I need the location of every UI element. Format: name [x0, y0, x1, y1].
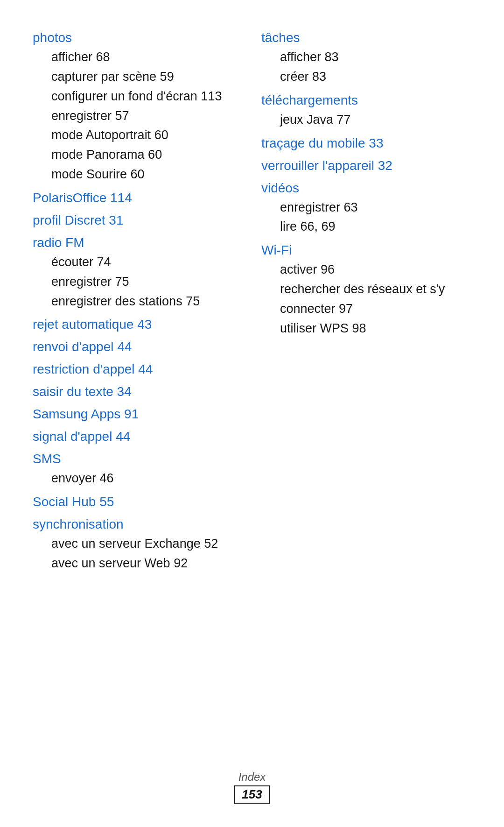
index-entry: Samsung Apps 91 [33, 404, 243, 424]
page-footer: Index 153 [0, 770, 504, 804]
sub-entry: capturer par scène 59 [51, 67, 243, 87]
footer-label: Index [238, 770, 266, 784]
sub-entries: jeux Java 77 [280, 110, 471, 130]
index-term: Samsung Apps 91 [33, 404, 243, 424]
sub-entry: activer 96 [280, 260, 471, 280]
sub-entries: écouter 74enregistrer 75enregistrer des … [51, 253, 243, 311]
sub-entry: lire 66, 69 [280, 217, 471, 237]
index-term: PolarisOffice 114 [33, 188, 243, 208]
sub-entry: enregistrer 63 [280, 198, 471, 218]
index-term: Social Hub 55 [33, 492, 243, 512]
sub-entry: écouter 74 [51, 253, 243, 272]
index-term: restriction d'appel 44 [33, 360, 243, 379]
index-entry: saisir du texte 34 [33, 382, 243, 402]
index-term: saisir du texte 34 [33, 382, 243, 402]
index-term: SMS [33, 449, 243, 469]
sub-entry: enregistrer des stations 75 [51, 292, 243, 311]
index-entry: synchronisationavec un serveur Exchange … [33, 515, 243, 573]
index-entry: radio FMécouter 74enregistrer 75enregist… [33, 233, 243, 311]
right-column: tâchesafficher 83créer 83téléchargements… [261, 28, 471, 577]
index-entry: Wi-Fiactiver 96rechercher des réseaux et… [261, 240, 471, 338]
sub-entry: avec un serveur Exchange 52 [51, 534, 243, 554]
index-term: signal d'appel 44 [33, 427, 243, 446]
sub-entry: créer 83 [280, 67, 471, 87]
sub-entry: envoyer 46 [51, 469, 243, 488]
index-entry: tâchesafficher 83créer 83 [261, 28, 471, 87]
sub-entries: enregistrer 63lire 66, 69 [280, 198, 471, 237]
sub-entry: mode Panorama 60 [51, 145, 243, 165]
sub-entries: avec un serveur Exchange 52avec un serve… [51, 534, 243, 573]
page-content: photosafficher 68capturer par scène 59co… [0, 0, 504, 633]
index-entry: restriction d'appel 44 [33, 360, 243, 379]
index-term: synchronisation [33, 515, 243, 534]
index-term: renvoi d'appel 44 [33, 337, 243, 357]
sub-entries: afficher 68capturer par scène 59configur… [51, 48, 243, 184]
index-entry: SMSenvoyer 46 [33, 449, 243, 488]
index-term: tâches [261, 28, 471, 48]
index-entry: profil Discret 31 [33, 211, 243, 230]
index-term: Wi-Fi [261, 240, 471, 260]
index-term: profil Discret 31 [33, 211, 243, 230]
sub-entry: enregistrer 57 [51, 106, 243, 126]
index-entry: verrouiller l'appareil 32 [261, 156, 471, 176]
index-entry: vidéosenregistrer 63lire 66, 69 [261, 178, 471, 237]
index-entry: renvoi d'appel 44 [33, 337, 243, 357]
sub-entry: jeux Java 77 [280, 110, 471, 130]
index-term: téléchargements [261, 91, 471, 110]
index-term: traçage du mobile 33 [261, 134, 471, 153]
index-term: vidéos [261, 178, 471, 198]
sub-entries: afficher 83créer 83 [280, 48, 471, 87]
left-column: photosafficher 68capturer par scène 59co… [33, 28, 243, 577]
index-term: radio FM [33, 233, 243, 253]
index-entry: signal d'appel 44 [33, 427, 243, 446]
sub-entry: enregistrer 75 [51, 272, 243, 292]
index-entry: traçage du mobile 33 [261, 134, 471, 153]
sub-entries: envoyer 46 [51, 469, 243, 488]
index-entry: Social Hub 55 [33, 492, 243, 512]
footer-page-number: 153 [234, 785, 269, 804]
sub-entry: afficher 68 [51, 48, 243, 67]
index-entry: téléchargementsjeux Java 77 [261, 91, 471, 130]
sub-entries: activer 96rechercher des réseaux et s'y … [280, 260, 471, 338]
sub-entry: rechercher des réseaux et s'y connecter … [280, 280, 471, 319]
sub-entry: afficher 83 [280, 48, 471, 67]
index-entry: photosafficher 68capturer par scène 59co… [33, 28, 243, 184]
index-term: verrouiller l'appareil 32 [261, 156, 471, 176]
index-entry: rejet automatique 43 [33, 315, 243, 334]
index-entry: PolarisOffice 114 [33, 188, 243, 208]
sub-entry: avec un serveur Web 92 [51, 554, 243, 573]
sub-entry: configurer un fond d'écran 113 [51, 87, 243, 106]
sub-entry: mode Autoportrait 60 [51, 126, 243, 145]
sub-entry: utiliser WPS 98 [280, 319, 471, 339]
index-term: photos [33, 28, 243, 48]
index-term: rejet automatique 43 [33, 315, 243, 334]
sub-entry: mode Sourire 60 [51, 165, 243, 184]
